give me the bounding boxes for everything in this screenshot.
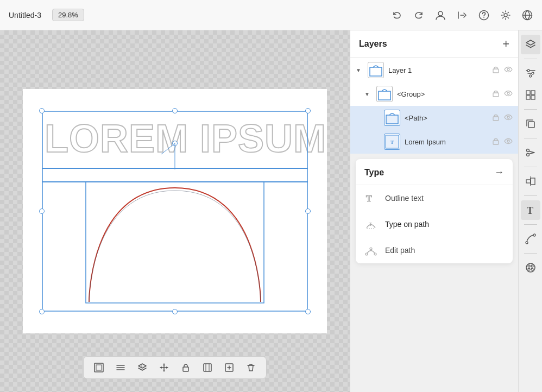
svg-rect-15 [183,367,188,371]
handle-ml[interactable] [39,208,45,214]
svg-point-35 [374,253,376,255]
svg-rect-21 [379,91,390,100]
lorem-lock-icon[interactable] [492,137,500,147]
svg-point-51 [526,242,528,244]
sidebar-copy-icon[interactable] [521,114,540,134]
layer1-eye-icon[interactable] [504,66,513,75]
toolbar-align-icon[interactable] [113,360,128,375]
type-item-edit[interactable]: Edit path [356,237,513,263]
sidebar-filter-icon[interactable] [521,64,540,83]
sidebar-align-icon[interactable] [521,172,540,191]
type-title: Type [364,168,384,178]
layer-item-layer1[interactable]: ▼ Layer 1 [350,58,518,82]
toolbar-lock-icon[interactable] [178,360,193,375]
toolbar-move-icon[interactable] [156,360,172,375]
svg-rect-44 [528,122,534,128]
share-icon[interactable] [456,9,468,21]
type-item-outline[interactable]: T Outline text [356,185,513,211]
header-icons [391,9,533,21]
handle-bm[interactable] [172,309,178,314]
svg-point-26 [507,116,509,118]
help-icon[interactable] [478,9,490,21]
group-lock-icon[interactable] [492,90,500,99]
undo-button[interactable] [391,9,403,21]
path-icons [492,113,513,123]
svg-rect-10 [96,365,102,370]
svg-rect-48 [531,178,535,185]
layer-item-lorem[interactable]: ▶ T Lorem Ipsum [350,130,518,154]
sidebar-layers-icon[interactable] [521,35,540,54]
user-icon[interactable] [434,9,446,21]
handle-br[interactable] [305,309,311,314]
toolbar-add-icon[interactable] [222,360,237,375]
canvas-area[interactable]: LOREM IPSUM [0,30,350,392]
svg-point-39 [530,75,532,77]
svg-point-3 [504,14,507,17]
sidebar-path-icon[interactable] [521,229,540,249]
group-icons [492,90,513,99]
group-label: <Group> [397,90,492,98]
handle-tr[interactable] [305,108,311,113]
group-thumb [376,86,393,102]
type-item-path[interactable]: T Type on path [356,211,513,237]
group-eye-icon[interactable] [504,90,513,99]
toolbar-delete-icon[interactable] [243,360,259,375]
sidebar-grid-icon[interactable] [521,85,540,105]
document-title: Untitled-3 [9,11,41,20]
layers-panel: Layers + ▼ Layer 1 [350,30,518,154]
sidebar-type-active-icon[interactable]: T [521,200,540,220]
handle-tl[interactable] [39,108,45,113]
svg-text:T: T [527,205,533,216]
svg-rect-16 [204,364,211,371]
sidebar-scissors-icon[interactable] [521,143,540,162]
svg-point-0 [438,11,443,16]
svg-point-37 [527,69,530,72]
svg-point-55 [531,268,533,270]
path-eye-icon[interactable] [504,113,513,123]
toolbar-layers-icon[interactable]: 1 [135,360,150,375]
zoom-level[interactable]: 29.8% [52,9,84,21]
handle-mr[interactable] [305,208,311,214]
lorem-eye-icon[interactable] [504,137,513,147]
settings-icon[interactable] [500,9,512,21]
type-on-path-label: Type on path [385,220,429,229]
handle-tm[interactable] [172,108,178,113]
svg-text:T: T [390,140,394,145]
handle-bl[interactable] [39,309,45,314]
svg-point-20 [507,68,509,71]
add-layer-button[interactable]: + [502,38,509,50]
group-arrow: ▼ [364,91,370,97]
svg-point-54 [528,265,530,267]
right-sidebar: T [518,30,542,392]
path-label: <Path> [405,114,492,122]
outline-text-icon: T [364,192,377,205]
bottom-toolbar: 1 [83,356,267,379]
layers-header: Layers + [350,30,518,58]
svg-point-56 [528,268,530,270]
lorem-icons [492,137,513,147]
layer1-icons [492,66,513,75]
sidebar-effects-icon[interactable] [521,258,540,277]
header: Untitled-3 29.8% [0,0,542,30]
svg-point-2 [483,17,484,18]
type-expand-button[interactable]: → [494,167,504,178]
svg-point-53 [526,263,535,272]
svg-rect-40 [526,91,530,94]
svg-point-38 [532,72,534,74]
toolbar-frame2-icon[interactable] [200,360,215,375]
layer1-thumb [368,62,384,78]
type-header: Type → [356,159,513,185]
handle-arch-top[interactable] [172,141,178,146]
layer1-label: Layer 1 [388,66,492,74]
svg-rect-24 [386,115,398,124]
layer-item-path[interactable]: ▶ <Path> [350,106,518,130]
lorem-thumb: T [384,134,400,150]
path-lock-icon[interactable] [492,113,500,123]
toolbar-frame-icon[interactable] [91,360,106,375]
redo-button[interactable] [413,9,425,21]
svg-point-23 [507,92,509,94]
svg-rect-42 [526,96,530,99]
layer-item-group[interactable]: ▼ <Group> [350,82,518,106]
layer1-lock-icon[interactable] [492,66,500,75]
network-icon[interactable] [521,9,533,21]
